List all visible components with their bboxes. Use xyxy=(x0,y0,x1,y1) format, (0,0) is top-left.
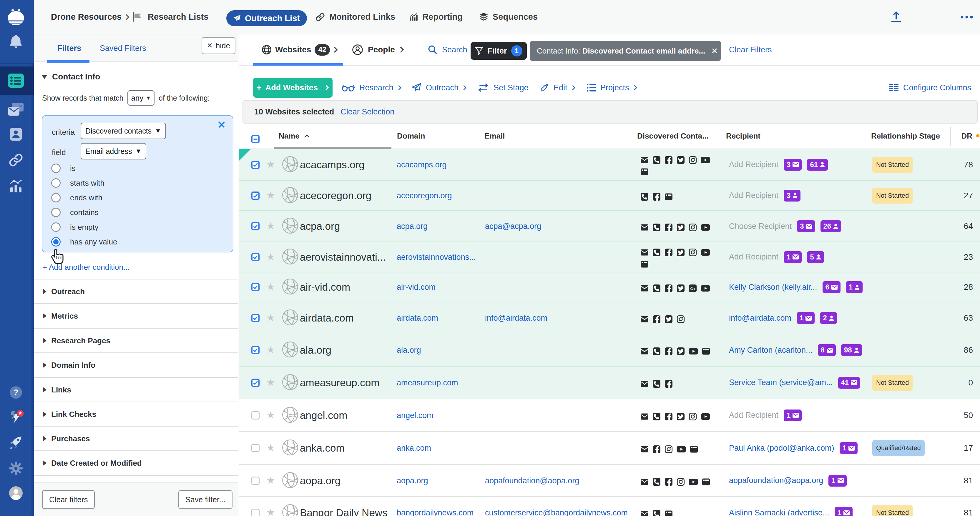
svg-text:?: ? xyxy=(14,388,19,397)
svg-text:G+: G+ xyxy=(690,287,696,291)
